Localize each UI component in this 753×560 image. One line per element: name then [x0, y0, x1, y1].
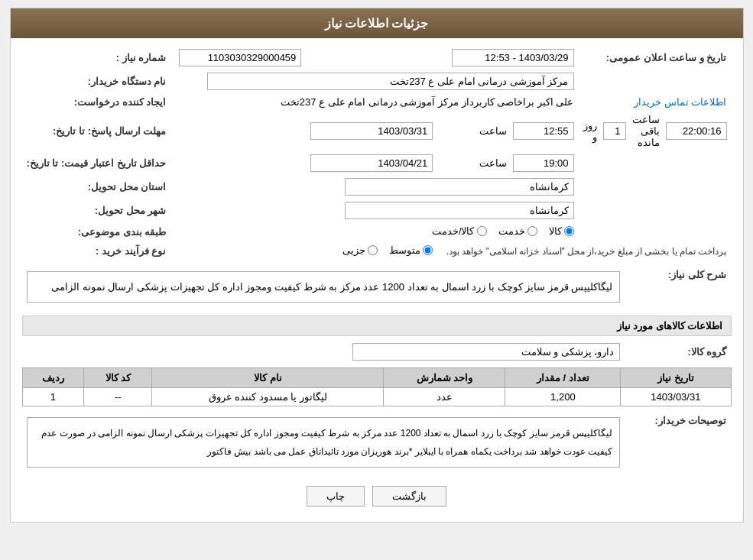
category-option1[interactable]: کالا/خدمت — [432, 225, 487, 237]
remaining-label: ساعت باقی مانده — [632, 114, 660, 148]
buyer-notes-text: لیگاکلیپس قرمز سایز کوچک با زرد اسمال به… — [27, 417, 620, 468]
cell-name: لیگاتور یا مسدود کننده عروق — [152, 388, 384, 406]
cell-row: 1 — [22, 388, 84, 406]
city-value: کرمانشاه — [345, 202, 574, 219]
response-remaining: 22:00:16 — [666, 122, 727, 140]
time-label: ساعت — [479, 125, 507, 137]
province-label: استان محل تحویل: — [22, 175, 171, 199]
process-option1[interactable]: متوسط — [389, 244, 433, 256]
creator-link[interactable]: اطلاعات تماس خریدار — [634, 96, 726, 108]
response-time: 12:55 — [513, 122, 574, 140]
process-option2[interactable]: جزیی — [342, 244, 378, 256]
process-note: پرداخت تمام یا بخشی از مبلغ خرید،از محل … — [446, 246, 727, 257]
page-header: جزئیات اطلاعات نیاز — [11, 8, 743, 38]
province-value: کرمانشاه — [345, 178, 574, 196]
price-time-label: ساعت — [479, 157, 507, 169]
button-row: بازگشت چاپ — [22, 478, 732, 514]
creator-name: علی اکبر براخاصی کاربرداز مرکز آموزشی در… — [281, 96, 574, 108]
goods-group-row: گروه کالا: دارو، پزشکی و سلامت — [22, 340, 732, 364]
price-validity-label: حداقل تاریخ اعتبار قیمت: تا تاریخ: — [22, 151, 171, 175]
city-label: شهر محل تحویل: — [22, 199, 171, 222]
buyer-notes-section: توصیحات خریدار: لیگاکلیپس قرمز سایز کوچک… — [22, 410, 732, 474]
category-option3[interactable]: کالا — [549, 225, 574, 237]
order-number-value: 1103030329000459 — [179, 49, 301, 66]
cell-unit: عدد — [384, 388, 505, 406]
goods-section-title: اطلاعات کالاهای مورد نیاز — [22, 316, 732, 336]
cell-quantity: 1,200 — [505, 388, 621, 406]
order-number-label: شماره نیاز : — [22, 46, 171, 70]
price-time: 19:00 — [513, 154, 574, 172]
content-area: تاریخ و ساعت اعلان عمومی: 1403/03/29 - 1… — [11, 38, 743, 522]
date-value: 1403/03/29 - 12:53 — [452, 49, 574, 66]
date-value-cell: 1403/03/29 - 12:53 — [437, 46, 578, 70]
date-label: تاریخ و ساعت اعلان عمومی: — [579, 46, 732, 70]
goods-group-label: گروه کالا: — [625, 340, 732, 364]
col-row: ردیف — [22, 368, 84, 388]
response-date: 1403/03/31 — [310, 122, 433, 140]
response-days: 1 — [603, 122, 626, 140]
cell-code: -- — [84, 388, 152, 406]
goods-group-value: دارو، پزشکی و سلامت — [352, 343, 620, 361]
print-button[interactable]: چاپ — [307, 486, 365, 507]
col-name: نام کالا — [152, 368, 384, 388]
col-quantity: تعداد / مقدار — [505, 368, 621, 388]
category-label: طبقه بندی موضوعی: — [22, 222, 171, 241]
creator-name-cell: علی اکبر براخاصی کاربرداز مرکز آموزشی در… — [170, 93, 578, 111]
page-title: جزئیات اطلاعات نیاز — [325, 17, 429, 30]
category-radio-group: کالا خدمت کالا/خدمت — [432, 225, 574, 237]
day-label: روز و — [583, 120, 597, 143]
col-code: کد کالا — [84, 368, 152, 388]
buyer-notes-label: توصیحات خریدار: — [625, 410, 732, 474]
buyer-value-cell: مرکز آموزشی درمانی امام علی ع 237تخت — [170, 70, 578, 93]
info-grid: تاریخ و ساعت اعلان عمومی: 1403/03/29 - 1… — [22, 46, 732, 261]
table-row: 1403/03/31 1,200 عدد لیگاتور یا مسدود کن… — [22, 388, 731, 406]
cell-date: 1403/03/31 — [621, 388, 731, 406]
buyer-value: مرکز آموزشی درمانی امام علی ع 237تخت — [207, 73, 574, 90]
col-date: تاریخ نیاز — [621, 368, 731, 388]
description-label: شرح کلی نیاز: — [625, 264, 732, 309]
category-option2[interactable]: خدمت — [498, 225, 537, 237]
process-radio-group: متوسط جزیی — [342, 244, 433, 256]
response-deadline-label: مهلت ارسال پاسخ: تا تاریخ: — [22, 111, 171, 151]
price-date: 1403/04/21 — [310, 154, 433, 172]
creator-label: ایجاد کننده درخواست: — [22, 93, 171, 111]
col-unit: واحد شمارش — [384, 368, 505, 388]
buyer-label: نام دستگاه خریدار: — [22, 70, 171, 93]
main-container: جزئیات اطلاعات نیاز تاریخ و ساعت اعلان ع… — [10, 8, 744, 523]
goods-table: تاریخ نیاز تعداد / مقدار واحد شمارش نام … — [22, 367, 732, 406]
back-button[interactable]: بازگشت — [372, 486, 446, 507]
order-number-cell: 1103030329000459 — [170, 46, 306, 70]
process-label: نوع فرآیند خرید : — [22, 241, 171, 261]
description-text: لیگاکلیپس قرمز سایز کوچک با زرد اسمال به… — [27, 271, 620, 303]
description-section: شرح کلی نیاز: لیگاکلیپس قرمز سایز کوچک ب… — [22, 264, 732, 309]
